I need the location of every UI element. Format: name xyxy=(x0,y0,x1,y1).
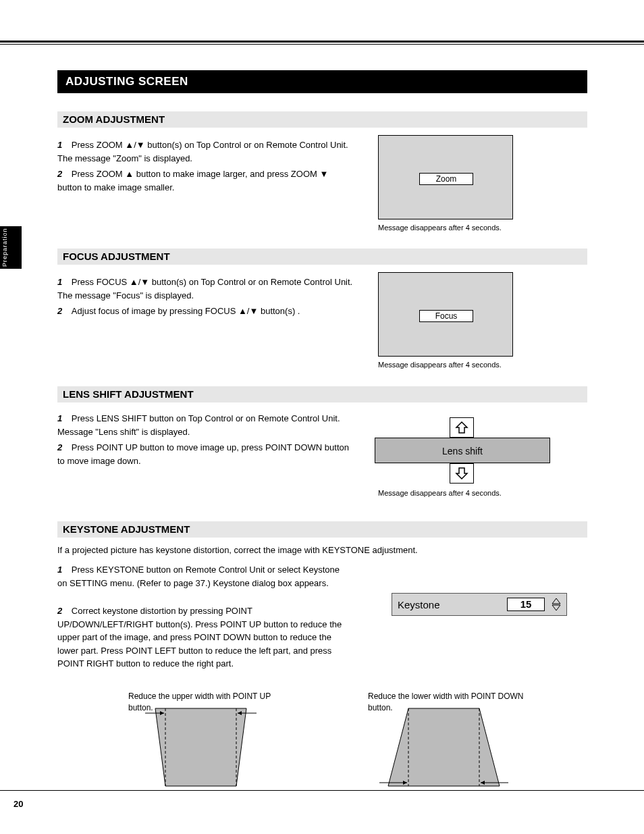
svg-marker-2 xyxy=(552,598,560,604)
page-number: 20 xyxy=(14,799,23,809)
bottom-rule xyxy=(0,790,644,791)
lensshift-down-arrow-box xyxy=(450,463,474,484)
lensshift-bar: Lens shift xyxy=(375,438,550,463)
top-double-rule-1 xyxy=(0,41,644,43)
lensshift-step2-text: Press POINT UP button to move image up, … xyxy=(57,442,349,466)
arrow-down-icon xyxy=(455,467,468,480)
svg-marker-4 xyxy=(155,708,246,786)
sidebar-tab: Preparation xyxy=(0,226,22,269)
zoom-screen-illustration: Zoom xyxy=(378,135,513,219)
zoom-step2-text: Press ZOOM ▲ button to make image larger… xyxy=(57,169,328,192)
focus-osd-box: Focus xyxy=(419,310,473,322)
step-number: 2 xyxy=(57,442,62,452)
lensshift-up-arrow-box xyxy=(450,417,474,438)
focus-screen-illustration: Focus xyxy=(378,272,513,357)
step-number: 2 xyxy=(57,606,62,616)
focus-heading: FOCUS ADJUSTMENT xyxy=(57,249,587,265)
keystone-updown-icon xyxy=(552,598,561,611)
focus-step2-text: Adjust focus of image by pressing FOCUS … xyxy=(65,306,300,316)
zoom-osd-box: Zoom xyxy=(419,173,473,185)
keystone-heading: KEYSTONE ADJUSTMENT xyxy=(57,521,587,538)
step-number: 2 xyxy=(57,169,62,179)
zoom-heading: ZOOM ADJUSTMENT xyxy=(57,111,587,128)
lensshift-note: Message disappears after 4 seconds. xyxy=(378,488,502,499)
step-number: 1 xyxy=(57,140,62,150)
keystone-reduce-lower-illustration xyxy=(378,705,510,789)
keystone-step2-text: Correct keystone distortion by pressing … xyxy=(57,606,342,669)
lensshift-step1-text: Press LENS SHIFT button on Top Control o… xyxy=(57,413,340,437)
svg-marker-0 xyxy=(456,422,467,433)
keystone-dialog-value: 15 xyxy=(507,598,545,611)
keystone-intro: If a projected picture has keystone dist… xyxy=(57,544,570,557)
keystone-reduce-upper-illustration xyxy=(142,705,260,789)
arrow-up-icon xyxy=(455,421,468,434)
step-number: 2 xyxy=(57,306,62,316)
section-banner: ADJUSTING SCREEN xyxy=(57,70,587,93)
top-double-rule-2 xyxy=(0,44,644,45)
svg-marker-11 xyxy=(388,708,500,786)
lensshift-heading: LENS SHIFT ADJUSTMENT xyxy=(57,386,587,402)
zoom-step1-text: Press ZOOM ▲/▼ button(s) on Top Control … xyxy=(57,140,348,163)
keystone-step1-text: Press KEYSTONE button on Remote Control … xyxy=(57,565,340,588)
step-number: 1 xyxy=(57,277,62,287)
step-number: 1 xyxy=(57,565,62,575)
zoom-note: Message disappears after 4 seconds. xyxy=(378,223,502,234)
step-number: 1 xyxy=(57,413,62,423)
focus-note: Message disappears after 4 seconds. xyxy=(378,360,502,371)
focus-step1-text: Press FOCUS ▲/▼ button(s) on Top Control… xyxy=(57,277,352,301)
svg-marker-1 xyxy=(456,468,467,479)
keystone-dialog-label: Keystone xyxy=(398,599,507,610)
keystone-dialog: Keystone 15 xyxy=(392,593,567,616)
svg-marker-3 xyxy=(552,605,560,610)
